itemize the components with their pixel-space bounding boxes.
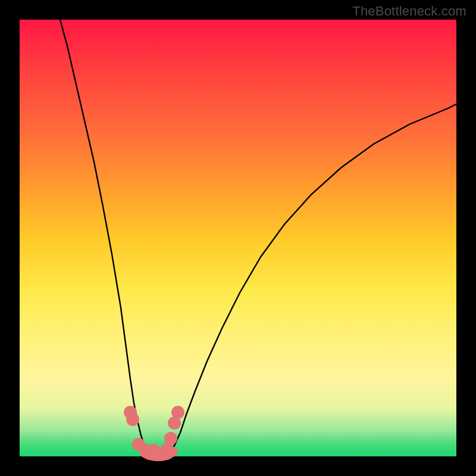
chart-overlay	[20, 20, 456, 456]
curve-group	[60, 20, 456, 456]
marker-dot	[164, 432, 177, 445]
left-curve-path	[60, 20, 151, 453]
marker-dot	[146, 444, 161, 459]
right-curve-path	[168, 104, 456, 453]
attribution-label: TheBottleneck.com	[352, 4, 466, 19]
marker-dot	[171, 406, 184, 419]
outer-frame: TheBottleneck.com	[0, 0, 476, 476]
marker-dot	[126, 413, 139, 426]
